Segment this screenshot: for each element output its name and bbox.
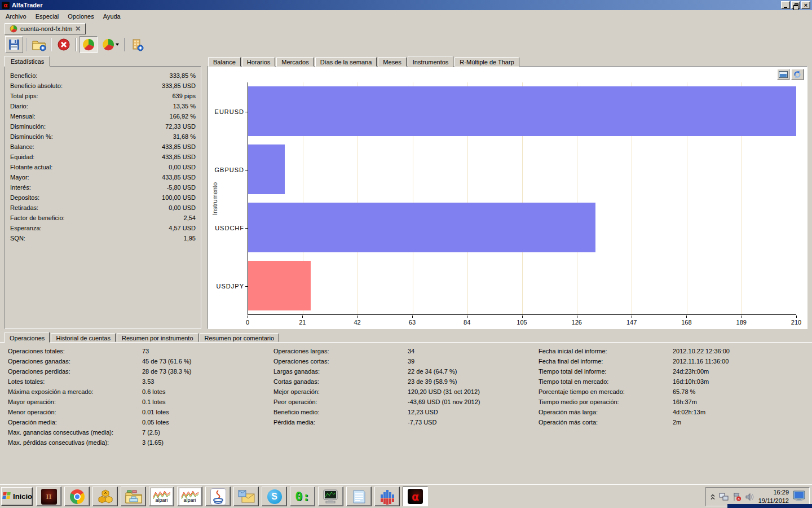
stat-label: Equidad:	[10, 154, 162, 160]
document-tab[interactable]: cuenta-nord-fx.htm ✕	[5, 23, 86, 34]
chart-tab-balance[interactable]: Balance	[208, 57, 241, 67]
operation-stat-label: Max. ganancias consecutivas (media):	[8, 429, 142, 436]
operation-stat-value: 7 (2.5)	[142, 429, 160, 436]
menu-item-opciones[interactable]: Opciones	[63, 11, 98, 21]
stat-label: Depositos:	[10, 194, 162, 201]
operation-stat-row: Operaciones cortas:39	[273, 356, 480, 366]
stat-value: 2,54	[184, 214, 196, 221]
operations-tab-resumen-por-instrumento[interactable]: Resumen por instrumento	[117, 333, 198, 342]
operation-stat-label: Fecha inicial del informe:	[539, 348, 673, 354]
operation-stat-row: Max. pérdidas consecutivas (media):3 (1.…	[8, 437, 191, 448]
taskbar-button-volume-mixer[interactable]	[374, 487, 400, 506]
taskbar-edge-strip	[727, 504, 812, 508]
operation-stat-label: Tiempo total del informe:	[539, 368, 673, 375]
new-account-button[interactable]	[30, 36, 48, 53]
y-axis-title: Instrumento	[210, 82, 219, 315]
close-button[interactable]: ×	[801, 1, 810, 9]
taskbar-button-game-tools[interactable]	[92, 487, 118, 506]
chart-snapshot-button[interactable]	[777, 69, 789, 80]
chart-tab-r-m-ltiple-de-tharp[interactable]: R-Múltiple de Tharp	[454, 57, 519, 67]
stat-row: Diario:13,35 %	[6, 101, 200, 111]
save-button[interactable]	[5, 36, 23, 53]
taskbar-button-file-explorer[interactable]	[121, 487, 146, 506]
stop-button[interactable]	[55, 36, 73, 53]
operation-stat-row: Tiempo total del informe:24d:23h:00m	[539, 366, 730, 376]
operation-stat-value: 0.1 lotes	[142, 398, 166, 405]
operation-stat-label: Pérdida media:	[273, 419, 408, 426]
minimize-button[interactable]	[781, 1, 790, 9]
pie-chart-menu-button[interactable]	[99, 36, 121, 53]
y-tick-mark	[245, 286, 248, 287]
taskbar-button-timer[interactable]: 0:	[290, 487, 315, 506]
x-tick-label: 126	[572, 319, 582, 326]
stat-value: 0,00 USD	[169, 164, 196, 170]
show-desktop-icon[interactable]	[793, 491, 805, 503]
operations-column-2: Operaciones largas:34Operaciones cortas:…	[273, 346, 480, 427]
operation-stat-row: Tiempo medio por operación:16h:37m	[539, 397, 730, 407]
network-icon[interactable]	[719, 493, 729, 501]
stat-row: Flotante actual:0,00 USD	[6, 162, 200, 172]
tab-close-icon[interactable]: ✕	[75, 25, 81, 32]
taskbar-button-alpari-mt4[interactable]: alpari	[149, 487, 174, 506]
windows-flag-icon	[2, 492, 11, 502]
add-account-button[interactable]	[128, 36, 146, 53]
operation-stat-label: Tiempo medio por operación:	[539, 398, 673, 405]
x-tick-mark	[302, 316, 303, 318]
pie-chart-button[interactable]	[80, 36, 98, 53]
x-tick-mark	[686, 316, 687, 318]
menu-item-ayuda[interactable]: Ayuda	[99, 11, 125, 21]
y-tick-mark	[245, 170, 248, 170]
operations-tab-operaciones[interactable]: Operaciones	[5, 332, 50, 343]
x-tick-label: 168	[681, 319, 691, 326]
operation-stat-label: Peor operación:	[273, 398, 408, 405]
menu-item-especial[interactable]: Especial	[31, 11, 64, 21]
chart-tab-d-as-de-la-semana[interactable]: Días de la semana	[315, 57, 377, 67]
stat-label: Mayor:	[10, 174, 162, 181]
volume-icon[interactable]	[745, 493, 754, 501]
chart-tab-meses[interactable]: Meses	[378, 57, 406, 67]
taskbar-button-alfatrader[interactable]: α	[403, 487, 428, 506]
chart-tab-instrumentos[interactable]: Instrumentos	[408, 56, 454, 67]
collapse-chevron-icon[interactable]	[710, 493, 716, 500]
stat-row: Total pips:639 pips	[6, 91, 200, 101]
operation-stat-row: Peor operación:-43,69 USD (01 nov 2012)	[273, 397, 480, 407]
bar-gbpusd	[248, 144, 285, 194]
dropdown-caret-icon	[116, 43, 119, 46]
taskbar-button-skype[interactable]: S	[262, 487, 287, 506]
operation-stat-value: 0.6 lotes	[142, 388, 166, 395]
restore-button[interactable]	[791, 1, 800, 9]
chart-tab-horarios[interactable]: Horarios	[242, 57, 276, 67]
operation-stat-label: Lotes totales:	[8, 378, 142, 385]
start-button[interactable]: Inicio	[1, 487, 33, 506]
taskbar-button-trading-terminal[interactable]	[318, 487, 343, 506]
stat-row: Beneficio absoluto:333,85 USD	[6, 81, 200, 91]
taskbar-button-alpari-mt4-2[interactable]: alpari	[177, 487, 202, 506]
operation-stat-value: 120,20 USD (31 oct 2012)	[408, 388, 480, 395]
operation-stat-value: 12,23 USD	[408, 409, 438, 415]
x-tick-mark	[577, 316, 577, 318]
chart-tab-mercados[interactable]: Mercados	[276, 57, 314, 67]
operation-stat-value: 16d:10h:03m	[673, 378, 709, 385]
operations-tab-historial-de-cuentas[interactable]: Historial de cuentas	[51, 333, 116, 342]
taskbar-button-java[interactable]	[205, 487, 231, 506]
operation-stat-label: Máxima exposición a mercado:	[8, 388, 142, 395]
menu-item-archivo[interactable]: Archivo	[1, 11, 31, 21]
taskbar-button-lineage-ii[interactable]: II	[36, 487, 61, 506]
operation-stat-value: 34	[408, 348, 414, 354]
operation-stat-row: Fecha inicial del informe:2012.10.22 12:…	[539, 346, 730, 356]
operations-tab-resumen-por-comentario[interactable]: Resumen por comentario	[200, 333, 280, 342]
stat-value: 31,68 %	[173, 133, 196, 140]
taskbar-button-outlook-express[interactable]	[233, 487, 259, 506]
stat-label: Beneficio absoluto:	[10, 82, 162, 89]
security-alert-icon[interactable]	[732, 492, 742, 501]
tab-estadisticas[interactable]: Estadísticas	[5, 56, 50, 67]
x-tick-label: 42	[354, 319, 360, 326]
taskbar-button-notepad[interactable]	[346, 487, 372, 506]
operation-stat-label: Operaciones cortas:	[273, 358, 408, 365]
chart-refresh-button[interactable]	[791, 69, 804, 80]
x-tick-mark	[412, 316, 413, 318]
taskbar-button-chrome[interactable]	[64, 487, 90, 506]
bar-usdjpy	[248, 261, 311, 310]
stat-label: Esperanza:	[10, 225, 169, 231]
x-tick-label: 21	[299, 319, 306, 326]
